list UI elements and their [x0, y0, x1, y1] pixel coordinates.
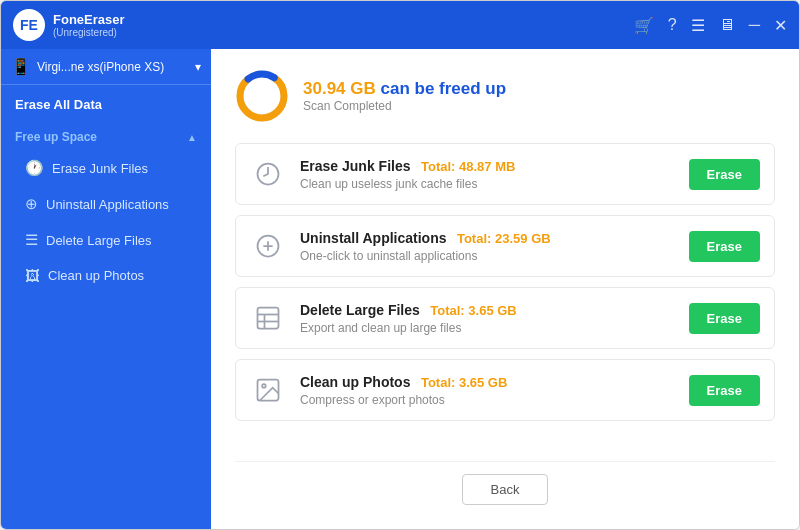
erase-button-uninstall[interactable]: Erase [689, 231, 760, 262]
title-bar-left: FE FoneEraser (Unregistered) [13, 9, 125, 41]
erase-button-large[interactable]: Erase [689, 303, 760, 334]
item-desc-photos: Compress or export photos [300, 393, 675, 407]
item-desc-junk: Clean up useless junk cache files [300, 177, 675, 191]
scan-result: 30.94 GB can be freed up Scan Completed [235, 69, 775, 123]
title-bar-controls: 🛒 ? ☰ 🖥 ─ ✕ [634, 16, 787, 35]
item-total-junk: Total: 48.87 MB [421, 159, 515, 174]
app-logo: FE [13, 9, 45, 41]
sidebar-free-section: Free up Space ▲ [1, 120, 211, 150]
image-icon: 🖼 [25, 267, 40, 284]
item-title-junk: Erase Junk Files [300, 158, 411, 174]
app-title: FoneEraser [53, 12, 125, 28]
item-desc-uninstall: One-click to uninstall applications [300, 249, 675, 263]
plus-circle-icon: ⊕ [25, 195, 38, 213]
sidebar-item-uninstall[interactable]: ⊕ Uninstall Applications [5, 187, 207, 221]
junk-files-icon [250, 156, 286, 192]
freed-amount: 30.94 GB can be freed up [303, 79, 506, 98]
sidebar-item-erase-junk[interactable]: 🕐 Erase Junk Files [5, 151, 207, 185]
info-icon[interactable]: ? [668, 16, 677, 34]
item-title-photos: Clean up Photos [300, 374, 410, 390]
items-list: Erase Junk Files Total: 48.87 MB Clean u… [235, 143, 775, 453]
sidebar-item-large-files[interactable]: ☰ Delete Large Files [5, 223, 207, 257]
app-subtitle: (Unregistered) [53, 27, 125, 38]
right-panel: 30.94 GB can be freed up Scan Completed … [211, 49, 799, 529]
donut-chart [235, 69, 289, 123]
cart-icon[interactable]: 🛒 [634, 16, 654, 35]
minimize-icon[interactable]: ─ [749, 16, 760, 34]
title-bar: FE FoneEraser (Unregistered) 🛒 ? ☰ 🖥 ─ ✕ [1, 1, 799, 49]
sidebar-erase-section: Erase All Data [1, 85, 211, 120]
list-item: Clean up Photos Total: 3.65 GB Compress … [235, 359, 775, 421]
app-window: FE FoneEraser (Unregistered) 🛒 ? ☰ 🖥 ─ ✕… [0, 0, 800, 530]
bottom-bar: Back [235, 461, 775, 513]
svg-rect-7 [258, 308, 279, 329]
device-selector[interactable]: 📱 Virgi...ne xs(iPhone XS) ▾ [1, 49, 211, 85]
list-item: Delete Large Files Total: 3.65 GB Export… [235, 287, 775, 349]
monitor-icon[interactable]: 🖥 [719, 16, 735, 34]
list-icon: ☰ [25, 231, 38, 249]
erase-button-junk[interactable]: Erase [689, 159, 760, 190]
uninstall-icon [250, 228, 286, 264]
phone-icon: 📱 [11, 57, 31, 76]
svg-point-12 [262, 384, 266, 388]
clock-icon: 🕐 [25, 159, 44, 177]
list-item: Erase Junk Files Total: 48.87 MB Clean u… [235, 143, 775, 205]
item-title-uninstall: Uninstall Applications [300, 230, 447, 246]
erase-button-photos[interactable]: Erase [689, 375, 760, 406]
photos-icon [250, 372, 286, 408]
item-total-large: Total: 3.65 GB [430, 303, 516, 318]
item-title-large: Delete Large Files [300, 302, 420, 318]
item-desc-large: Export and clean up large files [300, 321, 675, 335]
back-button[interactable]: Back [462, 474, 549, 505]
close-icon[interactable]: ✕ [774, 16, 787, 35]
list-item: Uninstall Applications Total: 23.59 GB O… [235, 215, 775, 277]
chevron-down-icon: ▾ [195, 60, 201, 74]
item-total-photos: Total: 3.65 GB [421, 375, 507, 390]
menu-icon[interactable]: ☰ [691, 16, 705, 35]
large-files-icon [250, 300, 286, 336]
scan-status: Scan Completed [303, 99, 506, 113]
item-total-uninstall: Total: 23.59 GB [457, 231, 551, 246]
chevron-up-icon: ▲ [187, 132, 197, 143]
main-content: 📱 Virgi...ne xs(iPhone XS) ▾ Erase All D… [1, 49, 799, 529]
device-name: Virgi...ne xs(iPhone XS) [37, 60, 189, 74]
sidebar-item-photos[interactable]: 🖼 Clean up Photos [5, 259, 207, 292]
sidebar: 📱 Virgi...ne xs(iPhone XS) ▾ Erase All D… [1, 49, 211, 529]
